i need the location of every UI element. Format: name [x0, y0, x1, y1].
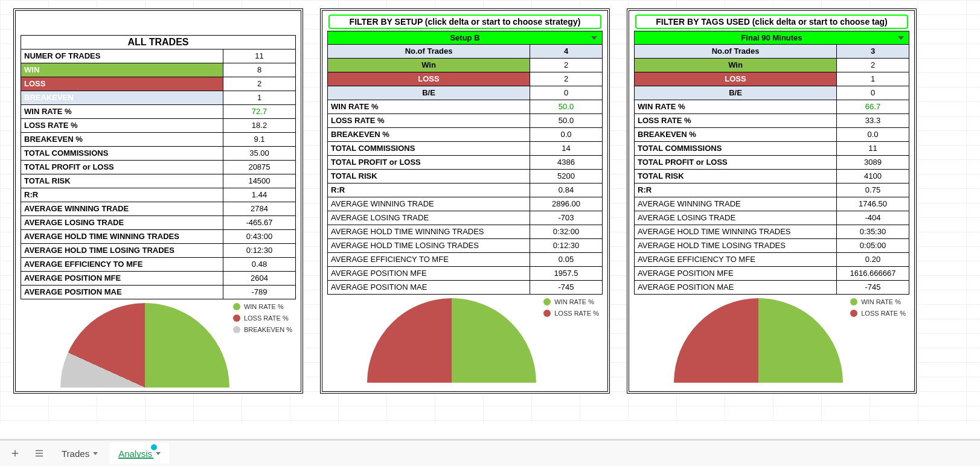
- row-label: TOTAL PROFIT or LOSS: [635, 156, 837, 170]
- table-row: B/E0: [635, 86, 909, 100]
- row-label: AVERAGE EFFICIENCY TO MFE: [21, 258, 223, 272]
- all-sheets-button[interactable]: [29, 443, 50, 464]
- row-value: 14500: [223, 174, 295, 188]
- row-label: AVERAGE POSITION MFE: [328, 267, 530, 281]
- row-label: AVERAGE HOLD TIME LOSING TRADES: [635, 239, 837, 253]
- row-value: 4: [530, 45, 603, 59]
- table-row: Win2: [328, 59, 603, 72]
- row-label: TOTAL COMMISSIONS: [635, 142, 837, 156]
- row-value: 0.20: [837, 253, 909, 267]
- row-value: 66.7: [837, 100, 909, 114]
- comment-indicator-icon[interactable]: [151, 444, 157, 450]
- filter-dropdown[interactable]: Final 90 Minutes: [634, 31, 909, 44]
- row-label: WIN: [21, 63, 223, 77]
- table-row: AVERAGE HOLD TIME WINNING TRADES0:43:00: [21, 230, 296, 244]
- add-sheet-button[interactable]: [5, 443, 25, 464]
- row-label: AVERAGE LOSING TRADE: [328, 211, 530, 225]
- row-label: LOSS RATE %: [21, 119, 223, 133]
- row-value: 3089: [837, 156, 909, 170]
- row-value: 0:32:00: [530, 225, 603, 239]
- filter-dropdown-value: Final 90 Minutes: [741, 33, 802, 42]
- legend-label: WIN RATE %: [861, 298, 901, 305]
- row-value: -404: [837, 211, 909, 225]
- row-label: AVERAGE EFFICIENCY TO MFE: [635, 253, 837, 267]
- row-value: 2784: [223, 202, 295, 216]
- row-label: BREAKEVEN %: [21, 133, 223, 147]
- row-value: 0: [530, 86, 603, 100]
- chevron-down-icon[interactable]: [156, 452, 161, 455]
- table-row: AVERAGE EFFICIENCY TO MFE0.20: [635, 253, 909, 267]
- sheet-tab-analysis[interactable]: Analysis: [110, 443, 169, 464]
- row-value: 2: [530, 72, 603, 86]
- row-label: AVERAGE POSITION MFE: [21, 272, 223, 286]
- table-row: No.of Trades3: [635, 45, 909, 59]
- row-value: 1616.666667: [837, 267, 909, 281]
- chart-legend: WIN RATE %LOSS RATE %: [543, 298, 599, 321]
- stats-panel-all: ALL TRADESNUMER OF TRADES11WIN8LOSS2BREA…: [13, 8, 303, 394]
- table-row: AVERAGE LOSING TRADE-465.67: [21, 216, 296, 230]
- row-label: AVERAGE EFFICIENCY TO MFE: [328, 253, 530, 267]
- row-label: TOTAL PROFIT or LOSS: [21, 161, 223, 174]
- row-label: AVERAGE HOLD TIME WINNING TRADES: [635, 225, 837, 239]
- table-row: WIN RATE %66.7: [635, 100, 909, 114]
- table-row: AVERAGE LOSING TRADE-703: [328, 211, 603, 225]
- row-label: AVERAGE WINNING TRADE: [635, 197, 837, 211]
- row-label: LOSS: [635, 72, 837, 86]
- sheet-canvas[interactable]: ALL TRADESNUMER OF TRADES11WIN8LOSS2BREA…: [0, 0, 980, 423]
- row-value: 0.0: [837, 128, 909, 142]
- legend-dot-icon: [233, 326, 240, 333]
- row-label: B/E: [328, 86, 530, 100]
- chevron-down-icon[interactable]: [93, 452, 98, 455]
- table-row: WIN RATE %72.7: [21, 105, 296, 119]
- table-row: LOSS2: [328, 72, 603, 86]
- row-value: 1746.50: [837, 197, 909, 211]
- legend-item: LOSS RATE %: [543, 310, 599, 317]
- legend-item: LOSS RATE %: [850, 310, 906, 317]
- legend-item: BREAKEVEN %: [233, 326, 292, 333]
- filter-label: FILTER BY SETUP (click delta or start to…: [328, 14, 601, 29]
- legend-item: LOSS RATE %: [233, 314, 292, 322]
- row-value: 8: [223, 63, 295, 77]
- row-label: No.of Trades: [328, 45, 530, 59]
- row-label: WIN RATE %: [21, 105, 223, 119]
- pie-half-icon: [60, 303, 229, 391]
- chevron-down-icon[interactable]: [898, 36, 904, 40]
- table-row: WIN RATE %50.0: [328, 100, 603, 114]
- pie-mask: [671, 383, 846, 386]
- filter-dropdown[interactable]: Setup B: [327, 31, 603, 44]
- row-value: 0.05: [530, 253, 603, 267]
- table-row: AVERAGE HOLD TIME WINNING TRADES0:35:30: [635, 225, 909, 239]
- table-row: AVERAGE POSITION MAE-789: [21, 286, 296, 299]
- winrate-chart: WIN RATE %LOSS RATE %BREAKEVEN %: [21, 299, 296, 391]
- row-label: AVERAGE POSITION MAE: [21, 286, 223, 299]
- row-label: TOTAL COMMISSIONS: [21, 147, 223, 161]
- winrate-chart: WIN RATE %LOSS RATE %: [634, 295, 909, 386]
- row-label: AVERAGE LOSING TRADE: [21, 216, 223, 230]
- table-row: TOTAL COMMISSIONS35.00: [21, 147, 296, 161]
- row-label: R:R: [635, 184, 837, 197]
- row-value: 2: [530, 59, 603, 72]
- table-row: R:R0.75: [635, 184, 909, 197]
- table-row: TOTAL PROFIT or LOSS20875: [21, 161, 296, 174]
- row-label: R:R: [328, 184, 530, 197]
- table-row: LOSS RATE %18.2: [21, 119, 296, 133]
- table-row: R:R0.84: [328, 184, 603, 197]
- row-value: -465.67: [223, 216, 295, 230]
- table-row: TOTAL PROFIT or LOSS4386: [328, 156, 603, 170]
- row-value: 0:43:00: [223, 230, 295, 244]
- table-row: TOTAL RISK4100: [635, 170, 909, 184]
- pie-half-icon: [674, 298, 843, 386]
- row-value: 2: [223, 77, 295, 91]
- chevron-down-icon[interactable]: [591, 36, 597, 40]
- row-value: 72.7: [223, 105, 295, 119]
- row-value: 11: [837, 142, 909, 156]
- row-value: 50.0: [530, 114, 603, 128]
- row-value: 1957.5: [530, 267, 603, 281]
- row-value: 0:12:30: [223, 244, 295, 258]
- legend-item: WIN RATE %: [233, 303, 292, 310]
- sheet-tab-trades[interactable]: Trades: [53, 443, 106, 464]
- row-value: 50.0: [530, 100, 603, 114]
- legend-label: BREAKEVEN %: [244, 326, 292, 333]
- chart-legend: WIN RATE %LOSS RATE %: [850, 298, 906, 321]
- spreadsheet-app: ALL TRADESNUMER OF TRADES11WIN8LOSS2BREA…: [0, 0, 980, 466]
